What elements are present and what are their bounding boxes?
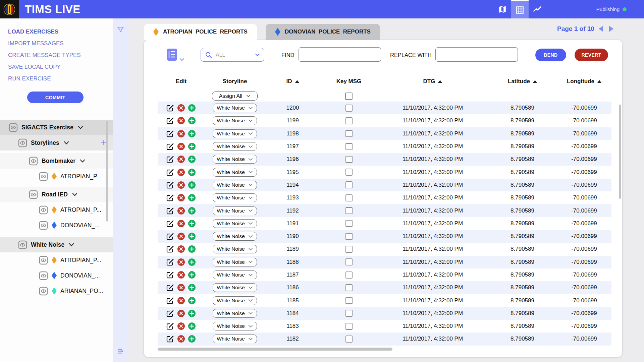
tree-item[interactable]: Storylines + (0, 135, 113, 150)
visibility-toggle-button[interactable] (18, 138, 27, 147)
filter-button[interactable] (116, 26, 125, 36)
storyline-select[interactable]: White Noise (213, 258, 257, 266)
storyline-select[interactable]: White Noise (213, 232, 257, 241)
key-msg-checkbox[interactable] (345, 272, 353, 279)
tab-donovian-police-reports[interactable]: DONOVIAN_POLICE_REPORTS (266, 24, 380, 40)
storyline-select[interactable]: White Noise (213, 270, 257, 279)
column-header-id[interactable]: ID (265, 78, 320, 85)
delete-row-button[interactable] (177, 220, 185, 228)
edit-row-button[interactable] (166, 155, 174, 164)
add-row-button[interactable] (188, 258, 196, 266)
column-header-edit[interactable]: Edit (158, 78, 205, 85)
chart-view-button[interactable] (529, 0, 546, 18)
key-msg-checkbox[interactable] (345, 207, 353, 214)
delete-row-button[interactable] (177, 232, 185, 240)
add-storyline-button[interactable]: + (101, 138, 107, 147)
add-row-button[interactable] (188, 155, 196, 163)
edit-row-button[interactable] (166, 219, 174, 228)
delete-row-button[interactable] (177, 181, 185, 189)
tree-item[interactable]: Road IED (0, 187, 113, 202)
storyline-select[interactable]: White Noise (213, 116, 257, 125)
add-row-button[interactable] (188, 207, 196, 215)
add-row-button[interactable] (188, 104, 196, 112)
edit-row-button[interactable] (166, 322, 174, 330)
column-header-storyline[interactable]: Storyline (205, 78, 265, 85)
vertical-scrollbar[interactable] (619, 105, 621, 199)
tab-atropian-police-reports[interactable]: ATROPIAN_POLICE_REPORTS (144, 24, 257, 40)
delete-row-button[interactable] (177, 155, 185, 163)
edit-row-button[interactable] (166, 116, 174, 125)
tree-item[interactable]: ATROPIAN_P... (0, 202, 113, 218)
edit-row-button[interactable] (166, 104, 174, 112)
storyline-select[interactable]: White Noise (213, 296, 257, 305)
add-row-button[interactable] (188, 194, 196, 202)
edit-row-button[interactable] (166, 335, 174, 343)
chevron-down-icon[interactable] (78, 126, 83, 129)
add-row-button[interactable] (188, 232, 196, 240)
delete-row-button[interactable] (177, 297, 185, 305)
storyline-select[interactable]: White Noise (213, 245, 257, 253)
edit-row-button[interactable] (166, 142, 174, 151)
delete-row-button[interactable] (177, 168, 185, 176)
key-msg-checkbox[interactable] (345, 156, 353, 163)
storyline-select[interactable]: White Noise (213, 104, 257, 112)
storyline-select[interactable]: White Noise (213, 181, 257, 189)
tree-item[interactable]: ARIANAN_PO... (0, 283, 113, 299)
delete-row-button[interactable] (177, 130, 185, 138)
add-row-button[interactable] (188, 309, 196, 317)
storyline-select[interactable]: White Noise (213, 142, 257, 151)
storyline-select[interactable]: White Noise (213, 219, 257, 228)
edit-row-button[interactable] (166, 181, 174, 189)
chevron-down-icon[interactable] (64, 141, 69, 145)
tree-item[interactable]: ATROPIAN_P... (0, 252, 113, 268)
add-row-button[interactable] (188, 181, 196, 189)
visibility-toggle-button[interactable] (29, 157, 38, 166)
visibility-toggle-button[interactable] (9, 123, 18, 132)
key-msg-checkbox[interactable] (345, 258, 353, 265)
visibility-toggle-button[interactable] (39, 205, 48, 215)
storyline-select[interactable]: White Noise (213, 283, 257, 292)
key-msg-checkbox[interactable] (345, 310, 353, 317)
visibility-toggle-button[interactable] (39, 287, 48, 296)
search-scope-select[interactable]: ALL (201, 48, 264, 62)
sidebar-item-import-messages[interactable]: IMPORT MESSAGES (8, 38, 113, 49)
storyline-select[interactable]: White Noise (213, 206, 257, 215)
find-input[interactable] (299, 47, 381, 62)
key-msg-checkbox[interactable] (345, 323, 353, 330)
bend-button[interactable]: BEND (535, 49, 566, 61)
message-list-menu-button[interactable] (166, 48, 184, 61)
delete-row-button[interactable] (177, 309, 185, 317)
delete-row-button[interactable] (177, 258, 185, 266)
visibility-toggle-button[interactable] (39, 271, 48, 280)
tree-item[interactable]: White Noise (0, 237, 113, 252)
key-msg-checkbox[interactable] (345, 130, 353, 137)
edit-row-button[interactable] (166, 168, 174, 177)
previous-page-button[interactable] (598, 25, 604, 33)
visibility-toggle-button[interactable] (39, 256, 48, 265)
tree-item[interactable]: Bombmaker (0, 153, 113, 169)
storyline-select[interactable]: White Noise (213, 155, 257, 164)
add-row-button[interactable] (188, 322, 196, 330)
key-msg-checkbox[interactable] (345, 194, 353, 201)
add-row-button[interactable] (188, 130, 196, 138)
tree-item[interactable]: DONOVIAN_... (0, 268, 113, 283)
key-msg-checkbox[interactable] (345, 297, 353, 304)
add-row-button[interactable] (188, 245, 196, 253)
storyline-select[interactable]: White Noise (213, 335, 257, 343)
commit-button[interactable]: COMMIT (27, 92, 84, 103)
table-view-button[interactable] (511, 0, 529, 18)
add-row-button[interactable] (188, 117, 196, 125)
edit-row-button[interactable] (166, 283, 174, 292)
storyline-select[interactable]: White Noise (213, 193, 257, 202)
expand-panel-button[interactable] (116, 347, 125, 357)
column-header-longitude[interactable]: Longitude (557, 78, 611, 85)
chevron-down-icon[interactable] (69, 243, 74, 247)
edit-row-button[interactable] (166, 296, 174, 305)
tree-item[interactable]: DONOVIAN_... (0, 218, 113, 233)
key-msg-checkbox[interactable] (345, 143, 353, 150)
storyline-select[interactable]: White Noise (213, 322, 257, 330)
visibility-toggle-button[interactable] (39, 221, 48, 230)
horizontal-scrollbar[interactable] (158, 348, 392, 351)
delete-row-button[interactable] (177, 117, 185, 125)
key-msg-checkbox[interactable] (345, 117, 353, 124)
